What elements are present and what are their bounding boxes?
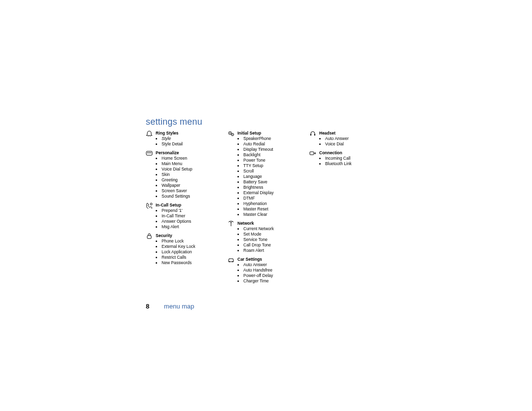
menu-item: Auto Redial (243, 141, 306, 147)
menu-column: Ring StylesStyleStyle DetailPersonalizeH… (146, 130, 225, 287)
svg-point-9 (232, 134, 233, 135)
section-items: Incoming CallBluetooth Link (319, 156, 388, 167)
menu-item: Lock Application (162, 249, 225, 255)
section-body: Ring StylesStyleStyle Detail (156, 130, 225, 147)
svg-point-11 (232, 261, 233, 262)
section-title: Connection (319, 150, 388, 156)
menu-item: Wallpaper (162, 183, 225, 188)
menu-item: Auto Answer (243, 262, 306, 268)
section-body: ConnectionIncoming CallBluetooth Link (319, 150, 388, 167)
gears-icon (228, 131, 235, 217)
palette-icon (146, 150, 154, 199)
section-items: Home ScreenMain MenuVoice Dial SetupSkin… (156, 156, 225, 199)
page-number: 8 (146, 303, 149, 310)
menu-column: HeadsetAuto AnswerVoice DialConnectionIn… (309, 130, 388, 287)
menu-columns: Ring StylesStyleStyle DetailPersonalizeH… (146, 130, 388, 287)
lock-icon (146, 233, 154, 266)
section-title: Network (237, 220, 306, 226)
menu-item: External Display (243, 190, 306, 196)
menu-item: In-Call Timer (162, 213, 225, 219)
car-icon (228, 257, 235, 284)
menu-item: Auto Handsfree (243, 268, 306, 273)
menu-section: Ring StylesStyleStyle Detail (146, 130, 225, 147)
menu-item: Call Drop Tone (243, 242, 306, 248)
menu-item: Set Mode (243, 232, 306, 237)
headset-icon (309, 131, 317, 147)
menu-item: DTMF (243, 196, 306, 201)
menu-item: Screen Saver (162, 188, 225, 194)
menu-item: Power-off Delay (243, 273, 306, 278)
phone-clock-icon (146, 203, 154, 230)
section-title: Ring Styles (156, 130, 225, 136)
menu-item: Battery Save (243, 179, 306, 185)
section-body: Car SettingsAuto AnswerAuto HandsfreePow… (237, 256, 306, 284)
section-title: Initial Setup (237, 130, 306, 136)
menu-section: In-Call SetupPrepend '1'In-Call TimerAns… (146, 202, 225, 230)
menu-item: Style (162, 136, 225, 141)
menu-item: Master Clear (243, 212, 306, 217)
menu-item: Msg Alert (162, 224, 225, 230)
section-title: Headset (319, 130, 388, 136)
menu-item: Phone Lock (162, 239, 225, 244)
menu-item: Hyphenation (243, 201, 306, 206)
menu-item: Answer Options (162, 219, 225, 224)
menu-item: Power Tone (243, 158, 306, 163)
svg-point-1 (147, 152, 148, 153)
section-items: StyleStyle Detail (156, 136, 225, 147)
section-items: Phone LockExternal Key LockLock Applicat… (156, 239, 225, 266)
document-page: settings menu Ring StylesStyleStyle Deta… (0, 0, 532, 411)
svg-point-4 (150, 203, 152, 205)
menu-section: ConnectionIncoming CallBluetooth Link (309, 150, 388, 167)
menu-item: Incoming Call (325, 156, 388, 161)
menu-section: HeadsetAuto AnswerVoice Dial (309, 130, 388, 147)
svg-rect-12 (310, 134, 311, 136)
section-title: Personalize (156, 150, 225, 156)
menu-item: Greeting (162, 177, 225, 183)
svg-point-10 (229, 261, 230, 262)
menu-item: Sound Settings (162, 194, 225, 199)
menu-item: Voice Dial (325, 141, 388, 147)
section-body: PersonalizeHome ScreenMain MenuVoice Dia… (156, 150, 225, 199)
section-items: Prepend '1'In-Call TimerAnswer OptionsMs… (156, 208, 225, 230)
menu-item: Language (243, 174, 306, 179)
section-body: SecurityPhone LockExternal Key LockLock … (156, 233, 225, 266)
menu-item: Bluetooth Link (325, 161, 388, 167)
svg-rect-5 (147, 236, 151, 239)
section-items: Auto AnswerVoice Dial (319, 136, 388, 147)
menu-item: Voice Dial Setup (162, 167, 225, 172)
section-items: Auto AnswerAuto HandsfreePower-off Delay… (237, 262, 306, 284)
menu-item: Master Reset (243, 206, 306, 212)
menu-item: Auto Answer (325, 136, 388, 141)
footer: 8 menu map (146, 303, 194, 310)
section-body: Initial SetupSpeakerPhoneAuto RedialDisp… (237, 130, 306, 217)
svg-point-2 (149, 152, 150, 153)
menu-item: Charger Time (243, 278, 306, 284)
menu-section: PersonalizeHome ScreenMain MenuVoice Dia… (146, 150, 225, 199)
menu-item: Display Timeout (243, 147, 306, 152)
menu-item: External Key Lock (162, 244, 225, 249)
section-title: Car Settings (237, 256, 306, 262)
menu-section: Initial SetupSpeakerPhoneAuto RedialDisp… (228, 130, 306, 217)
menu-item: Style Detail (162, 141, 225, 147)
menu-item: Restrict Calls (162, 255, 225, 260)
menu-item: SpeakerPhone (243, 136, 306, 141)
svg-point-3 (150, 152, 151, 153)
menu-item: Home Screen (162, 156, 225, 161)
menu-section: NetworkCurrent NetworkSet ModeService To… (228, 220, 306, 253)
svg-rect-14 (310, 152, 314, 155)
menu-section: SecurityPhone LockExternal Key LockLock … (146, 233, 225, 266)
footer-label: menu map (164, 303, 194, 310)
menu-item: Scroll (243, 169, 306, 174)
section-items: Current NetworkSet ModeService ToneCall … (237, 226, 306, 253)
antenna-icon (228, 221, 235, 253)
menu-item: New Passwords (162, 260, 225, 266)
menu-item: Skin (162, 172, 225, 177)
connection-icon (309, 150, 317, 167)
section-body: NetworkCurrent NetworkSet ModeService To… (237, 220, 306, 253)
section-items: SpeakerPhoneAuto RedialDisplay TimeoutBa… (237, 136, 306, 217)
menu-column: Initial SetupSpeakerPhoneAuto RedialDisp… (228, 130, 306, 287)
menu-item: Backlight (243, 152, 306, 158)
page-title: settings menu (146, 117, 202, 127)
menu-item: Service Tone (243, 237, 306, 242)
menu-item: Roam Alert (243, 248, 306, 253)
